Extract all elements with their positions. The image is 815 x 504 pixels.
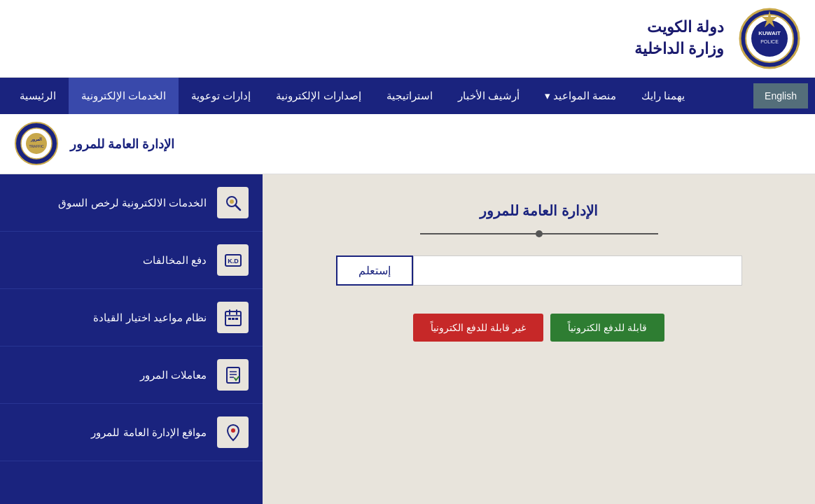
title-line1: دولة الكويت (634, 17, 724, 38)
nav-item-strategy[interactable]: استراتيجية (374, 78, 445, 114)
section-heading: الإدارة العامة للمرور (480, 202, 598, 219)
svg-rect-22 (235, 318, 238, 320)
nav-item-appointments[interactable]: منصة المواعيد ▾ (532, 78, 629, 114)
sidebar-item-traffic-locations[interactable]: مواقع الإدارة العامة للمرور (0, 404, 263, 461)
nav-item-news[interactable]: أرشيف الأخبار (445, 78, 532, 114)
ministry-logo: KUWAIT POLICE (738, 7, 801, 70)
svg-rect-20 (228, 318, 231, 320)
inquiry-button[interactable]: إستعلم (336, 255, 413, 286)
electronic-payment-button[interactable]: قابلة للدفع الكترونياً (550, 314, 664, 342)
svg-text:POLICE: POLICE (760, 39, 779, 44)
section-divider (420, 233, 658, 234)
svg-rect-21 (232, 318, 235, 320)
main-content-area: الإدارة العامة للمرور إستعلم قابلة للدفع… (0, 174, 815, 504)
svg-point-13 (230, 200, 234, 204)
svg-line-12 (235, 205, 240, 210)
nav-item-publications[interactable]: إصدارات الإلكترونية (263, 78, 373, 114)
pay-violations-icon: K.D (217, 244, 249, 276)
english-button[interactable]: English (753, 83, 808, 108)
traffic-locations-icon (217, 416, 249, 448)
title-line2: وزارة الداخلية (634, 38, 724, 60)
right-sidebar: الخدمات الالكترونية لرخص السوق دفع المخا… (0, 174, 263, 504)
search-input[interactable] (413, 255, 742, 286)
sidebar-item-market-licenses[interactable]: الخدمات الالكترونية لرخص السوق (0, 174, 263, 232)
traffic-dept-header: الإدارة العامة للمرور المرور TRAFFIC (0, 114, 815, 174)
main-navbar: English يهمنا رايك منصة المواعيد ▾ أرشيف… (0, 78, 815, 114)
svg-text:المرور: المرور (30, 137, 42, 142)
inquiry-section: الإدارة العامة للمرور إستعلم قابلة للدفع… (263, 174, 815, 504)
svg-text:TRAFFIC: TRAFFIC (29, 144, 43, 148)
svg-text:K.D: K.D (228, 258, 239, 265)
nav-item-eservices[interactable]: الخدمات الإلكترونية (69, 78, 179, 114)
divider-dot (536, 230, 543, 237)
page-header-bar: دولة الكويت وزارة الداخلية KUWAIT POLICE (0, 0, 815, 78)
nav-item-awareness[interactable]: إدارات توعوية (179, 78, 263, 114)
sidebar-item-driving-appointments[interactable]: نظام مواعيد اختيار القيادة (0, 289, 263, 346)
svg-point-2 (751, 20, 788, 57)
traffic-dept-title: الإدارة العامة للمرور (70, 136, 174, 152)
sidebar-item-traffic-transactions[interactable]: معاملات المرور (0, 346, 263, 404)
sidebar-item-pay-violations[interactable]: دفع المخالفات K.D (0, 232, 263, 289)
svg-point-27 (231, 428, 235, 433)
svg-text:KUWAIT: KUWAIT (758, 30, 781, 36)
traffic-dept-logo: المرور TRAFFIC (14, 121, 60, 167)
svg-rect-23 (227, 368, 239, 383)
nav-item-opinion[interactable]: يهمنا رايك (629, 78, 697, 114)
traffic-transactions-icon (217, 359, 249, 391)
ministry-title: دولة الكويت وزارة الداخلية (634, 17, 724, 60)
non-electronic-payment-button[interactable]: غير قابلة للدفع الكترونياً (413, 314, 543, 342)
search-row: إستعلم (336, 255, 742, 286)
nav-item-home[interactable]: الرئيسية (7, 78, 69, 114)
driving-appointments-icon (217, 302, 249, 333)
payment-buttons-row: قابلة للدفع الكترونياً غير قابلة للدفع ا… (413, 314, 664, 342)
svg-point-8 (26, 133, 47, 154)
market-licenses-icon (217, 187, 249, 218)
